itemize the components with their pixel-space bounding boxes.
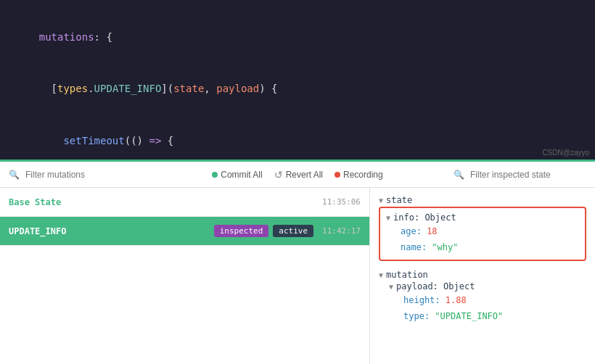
update-info-name: UPDATE_INFO [9,226,66,236]
payload-arrow: ▼ [389,283,393,291]
info-arrow: ▼ [386,214,390,222]
height-key: height: [403,295,440,305]
payload-key-row: ▼ payload: Object [389,281,586,291]
info-key-row: ▼ info: Object [386,212,579,223]
devtools-panel: 🔍 Commit All ↺ Revert All Recording 🔍 [0,160,595,364]
mutation-label: mutation [386,270,428,280]
filter-state-input[interactable] [470,170,586,180]
mutations-list: Base State 11:35:06 UPDATE_INFO inspecte… [0,188,370,364]
commit-all-button[interactable]: Commit All [212,170,262,180]
content-area: Base State 11:35:06 UPDATE_INFO inspecte… [0,188,595,364]
type-row: type: "UPDATE_INFO" [403,309,586,325]
badges-container: inspected active 11:42:17 [214,225,361,237]
info-highlight-box: ▼ info: Object age: 18 name: "why" [379,207,586,261]
code-panel: mutations: { [types.UPDATE_INFO](state, … [0,0,595,160]
code-line-3: setTimeout(() => { [15,115,580,160]
age-key: age: [401,226,422,236]
filter-mutations-input[interactable] [25,170,127,180]
update-info-row[interactable]: UPDATE_INFO inspected active 11:42:17 [0,217,369,246]
state-panel: ▼ state ▼ info: Object age: 18 [370,188,595,364]
state-section: ▼ state ▼ info: Object age: 18 [379,195,586,261]
state-label: state [386,195,412,205]
code-line-2: [types.UPDATE_INFO](state, payload) { [15,63,580,115]
state-arrow: ▼ [379,197,383,204]
base-state-name: Base State [9,197,61,207]
mutation-section: ▼ mutation ▼ payload: Object height: 1.8… [379,270,586,324]
toolbar-left: 🔍 [9,170,201,180]
commit-all-label: Commit All [221,170,262,180]
info-children: age: 18 name: "why" [386,224,579,255]
toolbar-right: 🔍 [394,170,586,180]
watermark: CSDN@zayyo [542,149,589,157]
base-state-row[interactable]: Base State 11:35:06 [0,188,369,217]
code-line-1: mutations: { [15,12,580,63]
recording-button[interactable]: Recording [335,170,383,180]
payload-label: payload: Object [396,281,475,291]
mutation-arrow: ▼ [379,271,383,279]
revert-all-button[interactable]: ↺ Revert All [274,169,323,181]
base-state-time: 11:35:06 [322,197,361,207]
toolbar: 🔍 Commit All ↺ Revert All Recording 🔍 [0,162,595,188]
payload-children: height: 1.88 type: "UPDATE_INFO" [389,293,586,324]
info-label: info: Object [393,212,456,223]
mutation-children: ▼ payload: Object height: 1.88 type: "UP… [379,281,586,324]
type-value: "UPDATE_INFO" [435,311,503,321]
name-key: name: [401,242,427,252]
recording-label: Recording [343,170,383,180]
name-value: "why" [432,242,458,252]
inspected-badge: inspected [214,225,269,237]
revert-all-label: Revert All [286,170,323,180]
state-key-row: ▼ state [379,195,586,205]
commit-icon [212,172,218,178]
toolbar-center: Commit All ↺ Revert All Recording [201,169,393,181]
active-badge: active [273,225,313,237]
search-icon-mutations: 🔍 [9,170,20,180]
age-value: 18 [427,226,437,236]
revert-icon: ↺ [274,169,283,181]
type-key: type: [403,311,430,321]
record-icon [335,172,340,178]
search-icon-state: 🔍 [454,170,464,180]
height-value: 1.88 [446,295,467,305]
update-info-time: 11:42:17 [322,226,361,236]
age-row: age: 18 [401,224,579,240]
height-row: height: 1.88 [403,293,586,309]
mutation-key-row: ▼ mutation [379,270,586,280]
name-row: name: "why" [401,240,579,256]
